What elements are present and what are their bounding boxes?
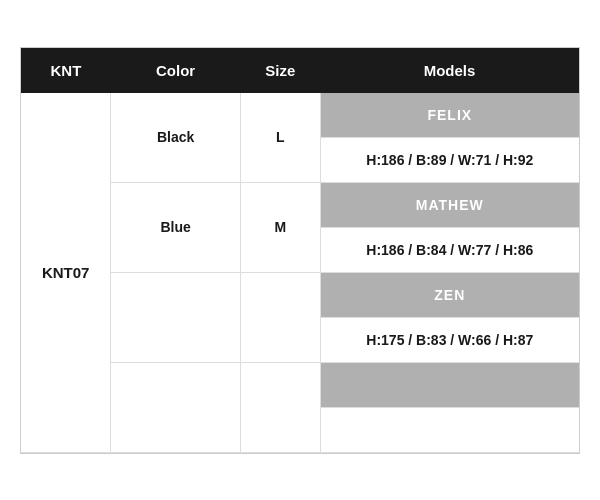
table-header-row: KNT Color Size Models — [21, 48, 579, 93]
model-cell: FELIX — [320, 93, 579, 138]
header-knt: KNT — [21, 48, 111, 93]
model-cell: H:186 / B:89 / W:71 / H:92 — [320, 137, 579, 182]
table-body: KNT07BlackLFELIXH:186 / B:89 / W:71 / H:… — [21, 93, 579, 453]
color-cell: Black — [111, 93, 241, 183]
main-table-wrapper: KNT Color Size Models KNT07BlackLFELIXH:… — [20, 47, 580, 454]
knt-cell: KNT07 — [21, 93, 111, 453]
knt-table: KNT Color Size Models KNT07BlackLFELIXH:… — [21, 48, 579, 453]
color-cell — [111, 272, 241, 362]
header-size: Size — [240, 48, 320, 93]
model-cell: H:186 / B:84 / W:77 / H:86 — [320, 227, 579, 272]
table-row: KNT07BlackLFELIX — [21, 93, 579, 138]
color-cell — [111, 362, 241, 452]
size-cell — [240, 272, 320, 362]
size-cell — [240, 362, 320, 452]
header-models: Models — [320, 48, 579, 93]
model-cell: ZEN — [320, 272, 579, 317]
model-cell: MATHEW — [320, 182, 579, 227]
model-cell: H:175 / B:83 / W:66 / H:87 — [320, 317, 579, 362]
size-cell: L — [240, 93, 320, 183]
color-cell: Blue — [111, 182, 241, 272]
size-cell: M — [240, 182, 320, 272]
model-cell — [320, 407, 579, 452]
header-color: Color — [111, 48, 241, 93]
model-cell — [320, 362, 579, 407]
